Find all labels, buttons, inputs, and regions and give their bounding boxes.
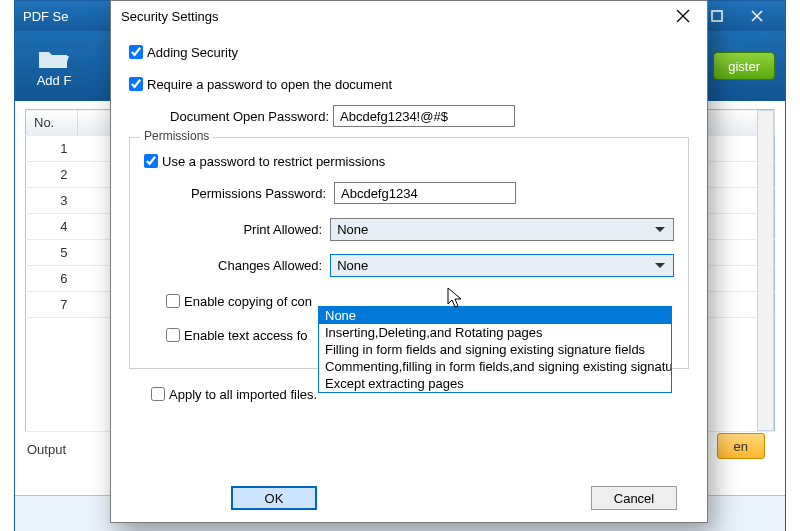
modal-title: Security Settings <box>121 9 219 24</box>
permissions-password-label: Permissions Password: <box>166 186 326 201</box>
use-password-restrict-checkbox[interactable] <box>144 154 158 168</box>
cancel-button[interactable]: Cancel <box>591 486 677 510</box>
changes-option[interactable]: Commenting,filling in form fields,and si… <box>319 358 671 375</box>
changes-allowed-value: None <box>337 258 368 273</box>
changes-option[interactable]: None <box>319 307 671 324</box>
enable-copying-checkbox[interactable] <box>166 294 180 308</box>
changes-allowed-options-list[interactable]: None Inserting,Deleting,and Rotating pag… <box>318 306 672 393</box>
changes-option[interactable]: Except extracting pages <box>319 375 671 392</box>
enable-text-access-label: Enable text access fo <box>184 328 308 343</box>
changes-option[interactable]: Inserting,Deleting,and Rotating pages <box>319 324 671 341</box>
doc-open-password-label: Document Open Password: <box>151 109 329 124</box>
changes-allowed-dropdown[interactable]: None <box>330 254 674 277</box>
doc-open-password-input[interactable] <box>333 105 515 127</box>
permissions-password-input[interactable] <box>334 182 516 204</box>
enable-text-access-checkbox[interactable] <box>166 328 180 342</box>
enable-copying-label: Enable copying of con <box>184 294 312 309</box>
print-allowed-label: Print Allowed: <box>166 222 322 237</box>
adding-security-label: Adding Security <box>147 45 238 60</box>
apply-all-checkbox[interactable] <box>151 387 165 401</box>
print-allowed-value: None <box>337 222 368 237</box>
close-icon[interactable] <box>669 5 697 27</box>
ok-button[interactable]: OK <box>231 486 317 510</box>
use-password-restrict-label: Use a password to restrict permissions <box>162 154 385 169</box>
changes-allowed-label: Changes Allowed: <box>166 258 322 273</box>
print-allowed-dropdown[interactable]: None <box>330 218 674 241</box>
modal-titlebar: Security Settings <box>111 1 707 31</box>
apply-all-label: Apply to all imported files. <box>169 387 317 402</box>
modal-footer: OK Cancel <box>111 486 707 510</box>
require-password-checkbox[interactable] <box>129 77 143 91</box>
adding-security-checkbox[interactable] <box>129 45 143 59</box>
permissions-legend: Permissions <box>140 129 213 143</box>
changes-option[interactable]: Filling in form fields and signing exist… <box>319 341 671 358</box>
require-password-label: Require a password to open the document <box>147 77 392 92</box>
mouse-cursor-icon <box>447 287 465 311</box>
security-settings-dialog: Security Settings Adding Security Requir… <box>110 0 708 523</box>
